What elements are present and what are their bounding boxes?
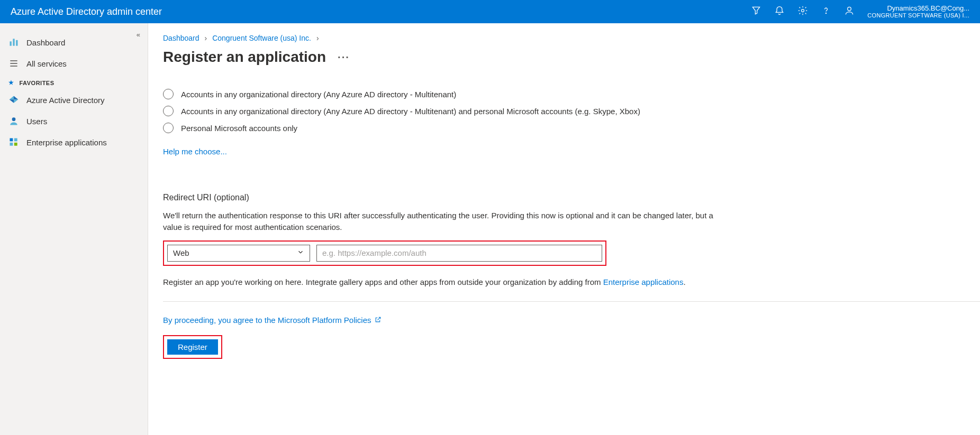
users-icon [8, 116, 19, 126]
breadcrumb-org[interactable]: Congruent Software (usa) Inc. [212, 34, 311, 42]
redirect-uri-highlight: Web [163, 240, 606, 266]
footnote-text: Register an app you're working on here. … [163, 277, 603, 286]
select-value: Web [173, 248, 189, 257]
breadcrumb: Dashboard › Congruent Software (usa) Inc… [163, 34, 980, 42]
svg-rect-16 [10, 143, 13, 146]
external-link-icon [375, 316, 382, 325]
svg-point-2 [848, 7, 851, 11]
sidebar-item-label: Users [26, 117, 47, 126]
more-actions-icon[interactable]: ··· [338, 51, 350, 63]
aad-icon [8, 95, 19, 105]
svg-rect-5 [16, 40, 17, 46]
policies-text: By proceeding, you agree to the Microsof… [163, 316, 371, 325]
chevron-right-icon: › [205, 34, 207, 42]
account-info[interactable]: Dynamics365.BC@Cong... CONGRUENT SOFTWAR… [867, 5, 969, 18]
sidebar-item-enterprise-apps[interactable]: Enterprise applications [0, 132, 148, 153]
all-services-icon [8, 58, 19, 69]
svg-rect-17 [14, 143, 17, 146]
account-email: Dynamics365.BC@Cong... [867, 5, 969, 12]
redirect-platform-select[interactable]: Web [167, 245, 310, 262]
footnote: Register an app you're working on here. … [163, 277, 980, 286]
sidebar-item-label: Enterprise applications [26, 138, 107, 147]
register-button[interactable]: Register [167, 339, 218, 355]
sidebar-item-dashboard[interactable]: Dashboard [0, 32, 148, 53]
radio-label: Accounts in any organizational directory… [181, 90, 456, 99]
radio-option-multitenant[interactable]: Accounts in any organizational directory… [163, 89, 980, 99]
sidebar-item-aad[interactable]: Azure Active Directory [0, 89, 148, 110]
svg-rect-4 [13, 39, 14, 45]
account-tenant: CONGRUENT SOFTWARE (USA) I... [867, 12, 969, 18]
breadcrumb-dashboard[interactable]: Dashboard [163, 34, 199, 42]
radio-icon [163, 89, 174, 99]
radio-icon [163, 123, 174, 133]
sidebar-section-label: FAVORITES [20, 80, 55, 86]
svg-marker-10 [10, 96, 14, 100]
svg-marker-9 [14, 96, 18, 100]
svg-marker-12 [14, 99, 18, 103]
enterprise-apps-icon [8, 137, 19, 147]
policies-link[interactable]: By proceeding, you agree to the Microsof… [163, 316, 382, 325]
directory-filter-icon[interactable] [751, 5, 761, 17]
chevron-down-icon [297, 248, 304, 257]
sidebar: « Dashboard All services ★ FAVORITES Azu… [0, 23, 148, 435]
svg-rect-3 [10, 41, 12, 45]
sidebar-item-all-services[interactable]: All services [0, 53, 148, 74]
page-title: Register an application [163, 49, 326, 66]
star-icon: ★ [8, 79, 14, 86]
notifications-icon[interactable] [774, 5, 785, 17]
radio-label: Personal Microsoft accounts only [181, 124, 297, 133]
redirect-uri-title: Redirect URI (optional) [163, 193, 980, 202]
svg-point-13 [12, 117, 16, 121]
redirect-uri-input[interactable] [316, 245, 602, 262]
register-highlight: Register [163, 335, 222, 359]
svg-marker-11 [10, 99, 14, 103]
app-title: Azure Active Directory admin center [11, 6, 162, 17]
dashboard-icon [8, 37, 19, 48]
feedback-icon[interactable] [844, 5, 855, 17]
divider [163, 301, 980, 302]
svg-rect-15 [14, 138, 17, 142]
radio-icon [163, 106, 174, 116]
svg-point-1 [826, 13, 827, 14]
sidebar-item-label: All services [26, 59, 67, 68]
redirect-uri-desc: We'll return the authentication response… [163, 210, 713, 233]
settings-icon[interactable] [797, 5, 808, 17]
top-bar: Azure Active Directory admin center Dyna… [0, 0, 980, 23]
chevron-right-icon: › [316, 34, 319, 42]
radio-option-cut[interactable] [163, 78, 980, 82]
collapse-sidebar-icon[interactable]: « [137, 31, 140, 39]
sidebar-section-favorites: ★ FAVORITES [0, 74, 148, 89]
sidebar-item-users[interactable]: Users [0, 110, 148, 132]
svg-point-0 [802, 10, 804, 12]
help-me-choose-link[interactable]: Help me choose... [163, 147, 227, 156]
enterprise-apps-link[interactable]: Enterprise applications [603, 277, 684, 286]
svg-rect-14 [10, 138, 13, 142]
sidebar-item-label: Azure Active Directory [26, 96, 105, 105]
main-content: Dashboard › Congruent Software (usa) Inc… [148, 23, 980, 435]
help-icon[interactable] [821, 5, 831, 17]
radio-option-multitenant-personal[interactable]: Accounts in any organizational directory… [163, 106, 980, 116]
radio-option-personal[interactable]: Personal Microsoft accounts only [163, 123, 980, 133]
radio-label: Accounts in any organizational directory… [181, 107, 640, 116]
sidebar-item-label: Dashboard [26, 38, 65, 47]
